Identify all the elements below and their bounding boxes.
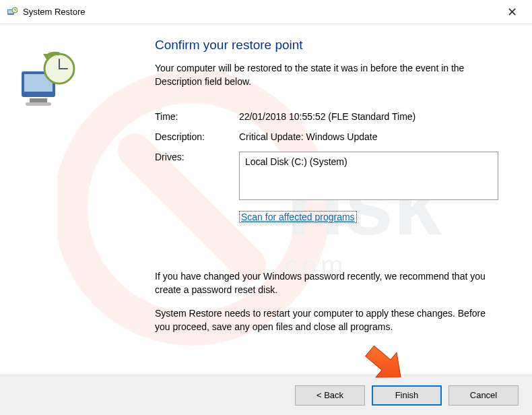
description-row: Description: Critical Update: Windows Up…	[155, 131, 498, 142]
cancel-button[interactable]: Cancel	[448, 385, 519, 406]
right-column: Confirm your restore point Your computer…	[155, 38, 519, 368]
window-title: System Restore	[23, 7, 498, 17]
drives-item[interactable]: Local Disk (C:) (System)	[245, 156, 492, 167]
left-column	[13, 38, 155, 368]
drives-label: Drives:	[155, 152, 239, 162]
system-restore-icon	[7, 7, 18, 18]
svg-rect-9	[30, 98, 47, 102]
password-warning-text: If you have changed your Windows passwor…	[155, 270, 498, 296]
description-value: Critical Update: Windows Update	[239, 131, 498, 142]
close-button[interactable]: ✕	[498, 5, 525, 20]
drives-listbox[interactable]: Local Disk (C:) (System)	[239, 152, 498, 200]
time-label: Time:	[155, 111, 239, 122]
finish-button[interactable]: Finish	[372, 385, 442, 406]
drives-value-container: Local Disk (C:) (System)	[239, 152, 498, 200]
back-button[interactable]: < Back	[295, 385, 365, 406]
time-row: Time: 22/01/2018 10:55:52 (FLE Standard …	[155, 111, 498, 122]
page-subtext: Your computer will be restored to the st…	[155, 62, 498, 88]
titlebar: System Restore ✕	[0, 0, 532, 24]
drives-row: Drives: Local Disk (C:) (System)	[155, 152, 498, 200]
restart-warning-text: System Restore needs to restart your com…	[155, 307, 498, 333]
description-label: Description:	[155, 131, 239, 142]
scan-row: Scan for affected programs	[155, 205, 498, 223]
footer-button-bar: < Back Finish Cancel	[0, 375, 532, 415]
scan-affected-programs-link[interactable]: Scan for affected programs	[239, 211, 357, 223]
page-heading: Confirm your restore point	[155, 38, 498, 53]
warnings: If you have changed your Windows passwor…	[155, 270, 498, 333]
time-value: 22/01/2018 10:55:52 (FLE Standard Time)	[239, 111, 498, 122]
svg-rect-10	[26, 102, 51, 106]
system-restore-graphic	[18, 51, 78, 112]
content-area: Confirm your restore point Your computer…	[0, 24, 532, 368]
